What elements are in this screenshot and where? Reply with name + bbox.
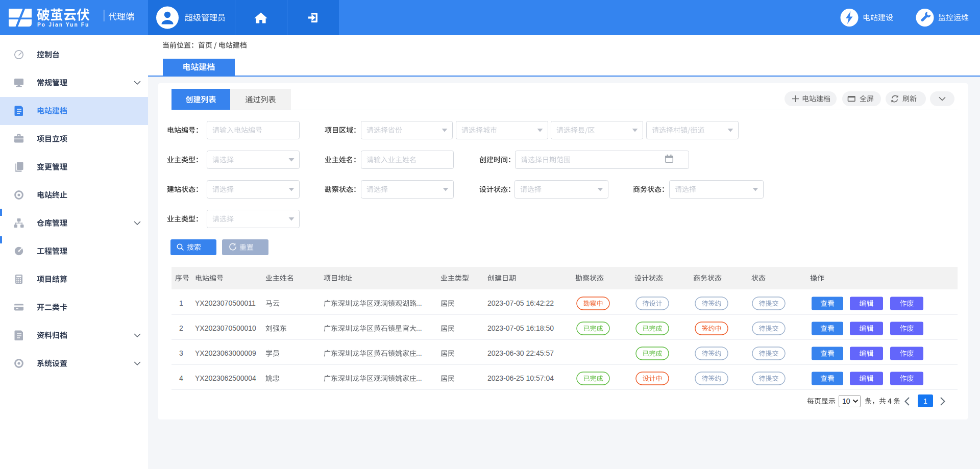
svg-text:...: ... [416, 349, 422, 357]
svg-text:YX2023070500011: YX2023070500011 [195, 299, 256, 307]
svg-text:2023-07-05 16:42:22: 2023-07-05 16:42:22 [487, 299, 554, 307]
svg-text:2023-06-30 22:45:57: 2023-06-30 22:45:57 [487, 349, 554, 357]
svg-text:3: 3 [179, 349, 183, 357]
svg-text:1: 1 [179, 299, 183, 307]
svg-text:2023-07-05 16:18:50: 2023-07-05 16:18:50 [487, 324, 554, 332]
svg-text:1: 1 [923, 397, 927, 405]
svg-text:...: ... [416, 374, 422, 382]
svg-text:2023-06-25 10:57:04: 2023-06-25 10:57:04 [487, 374, 554, 382]
svg-text:10: 10 [842, 397, 850, 405]
svg-text:...: ... [416, 324, 422, 332]
svg-text:2: 2 [179, 324, 183, 332]
svg-text:YX2023062500004: YX2023062500004 [195, 374, 256, 382]
svg-text:...: ... [416, 299, 422, 307]
svg-text:4: 4 [179, 374, 183, 382]
svg-text:YX2023070500010: YX2023070500010 [195, 324, 256, 332]
svg-text:YX2023063000009: YX2023063000009 [195, 349, 256, 357]
svg-text:Po Jian Yun Fu: Po Jian Yun Fu [37, 22, 89, 28]
